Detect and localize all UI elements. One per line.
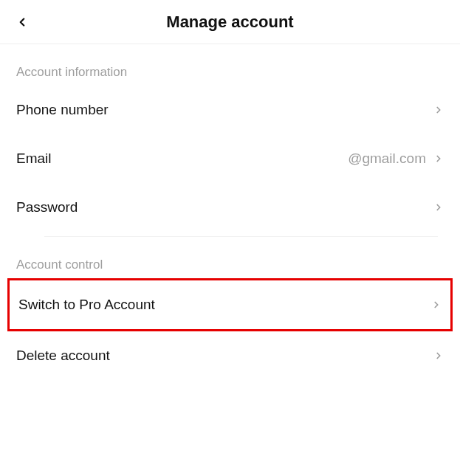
row-email[interactable]: Email @gmail.com xyxy=(0,134,460,183)
section-label-account-info: Account information xyxy=(0,44,460,86)
section-label-account-control: Account control xyxy=(0,237,460,278)
page-header: Manage account xyxy=(0,0,460,44)
row-label-phone: Phone number xyxy=(16,102,109,118)
row-phone-number[interactable]: Phone number xyxy=(0,86,460,134)
chevron-right-icon xyxy=(433,351,444,361)
chevron-right-icon xyxy=(433,154,444,164)
chevron-left-icon xyxy=(16,15,29,29)
row-label-password: Password xyxy=(16,199,78,215)
chevron-right-icon xyxy=(433,202,444,213)
row-switch-to-pro[interactable]: Switch to Pro Account xyxy=(7,278,453,331)
row-label-switch-pro: Switch to Pro Account xyxy=(18,297,155,313)
page-title: Manage account xyxy=(0,13,460,32)
chevron-right-icon xyxy=(431,300,442,310)
row-label-delete: Delete account xyxy=(16,348,110,364)
row-password[interactable]: Password xyxy=(0,183,460,232)
back-button[interactable] xyxy=(10,10,34,34)
row-delete-account[interactable]: Delete account xyxy=(0,331,460,380)
row-value-email: @gmail.com xyxy=(348,151,426,167)
row-label-email: Email xyxy=(16,151,52,167)
chevron-right-icon xyxy=(433,105,444,115)
